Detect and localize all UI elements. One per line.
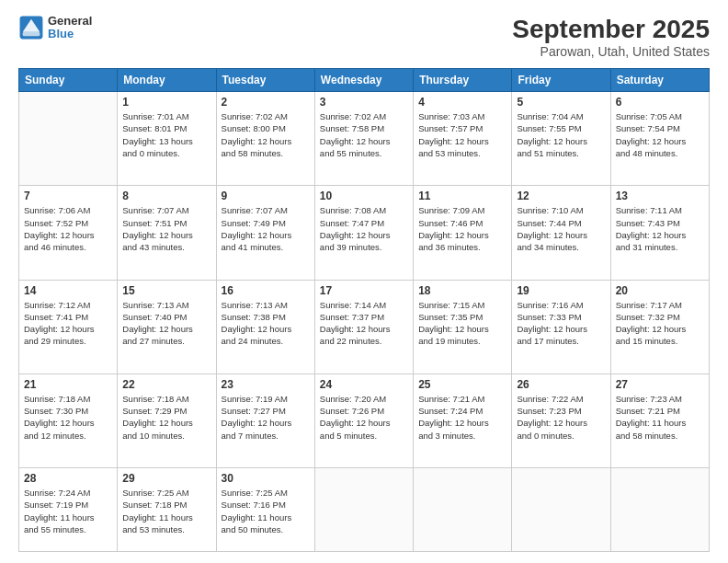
calendar-cell: 2Sunrise: 7:02 AM Sunset: 8:00 PM Daylig… <box>216 92 314 186</box>
day-number: 29 <box>122 472 210 485</box>
day-info: Sunrise: 7:14 AM Sunset: 7:37 PM Dayligh… <box>320 299 408 348</box>
calendar-cell: 29Sunrise: 7:25 AM Sunset: 7:18 PM Dayli… <box>118 468 216 552</box>
day-info: Sunrise: 7:23 AM Sunset: 7:21 PM Dayligh… <box>616 393 704 442</box>
day-info: Sunrise: 7:24 AM Sunset: 7:19 PM Dayligh… <box>24 487 112 535</box>
day-number: 15 <box>122 284 210 297</box>
day-info: Sunrise: 7:11 AM Sunset: 7:43 PM Dayligh… <box>616 204 704 253</box>
day-number: 10 <box>320 190 408 202</box>
day-info: Sunrise: 7:13 AM Sunset: 7:38 PM Dayligh… <box>222 299 310 348</box>
calendar-cell: 22Sunrise: 7:18 AM Sunset: 7:29 PM Dayli… <box>118 373 216 467</box>
calendar-cell: 26Sunrise: 7:22 AM Sunset: 7:23 PM Dayli… <box>512 373 610 467</box>
day-number: 1 <box>122 96 210 109</box>
svg-rect-2 <box>23 32 40 37</box>
calendar-cell: 12Sunrise: 7:10 AM Sunset: 7:44 PM Dayli… <box>512 186 610 280</box>
calendar-cell <box>314 468 413 552</box>
calendar-cell: 30Sunrise: 7:25 AM Sunset: 7:16 PM Dayli… <box>216 468 314 552</box>
day-number: 7 <box>24 190 112 202</box>
day-info: Sunrise: 7:01 AM Sunset: 8:01 PM Dayligh… <box>122 110 210 159</box>
day-number: 4 <box>418 96 506 109</box>
logo-line2: Blue <box>48 28 92 40</box>
calendar-week-row: 28Sunrise: 7:24 AM Sunset: 7:19 PM Dayli… <box>19 468 710 552</box>
weekday-header-thursday: Thursday <box>414 69 512 92</box>
day-number: 24 <box>320 378 408 391</box>
calendar-cell <box>512 468 610 552</box>
day-number: 23 <box>222 378 310 391</box>
day-number: 25 <box>418 378 506 391</box>
day-info: Sunrise: 7:07 AM Sunset: 7:49 PM Dayligh… <box>222 204 310 253</box>
calendar-table: SundayMondayTuesdayWednesdayThursdayFrid… <box>18 68 710 552</box>
day-info: Sunrise: 7:22 AM Sunset: 7:23 PM Dayligh… <box>517 393 605 442</box>
calendar-cell: 23Sunrise: 7:19 AM Sunset: 7:27 PM Dayli… <box>216 373 314 467</box>
day-number: 13 <box>616 190 704 202</box>
day-info: Sunrise: 7:03 AM Sunset: 7:57 PM Dayligh… <box>418 110 506 159</box>
calendar-cell: 24Sunrise: 7:20 AM Sunset: 7:26 PM Dayli… <box>314 373 413 467</box>
day-info: Sunrise: 7:10 AM Sunset: 7:44 PM Dayligh… <box>517 204 605 253</box>
logo: General Blue <box>18 15 92 41</box>
calendar-week-row: 1Sunrise: 7:01 AM Sunset: 8:01 PM Daylig… <box>19 92 710 186</box>
logo-icon <box>18 15 44 40</box>
day-info: Sunrise: 7:07 AM Sunset: 7:51 PM Dayligh… <box>122 204 210 253</box>
calendar-title: September 2025 <box>512 15 710 44</box>
calendar-cell: 27Sunrise: 7:23 AM Sunset: 7:21 PM Dayli… <box>610 373 709 467</box>
day-number: 18 <box>418 284 506 297</box>
day-number: 20 <box>616 284 704 297</box>
day-number: 19 <box>517 284 605 297</box>
day-info: Sunrise: 7:18 AM Sunset: 7:29 PM Dayligh… <box>122 393 210 442</box>
calendar-cell: 9Sunrise: 7:07 AM Sunset: 7:49 PM Daylig… <box>216 186 314 280</box>
day-number: 28 <box>24 472 112 485</box>
day-info: Sunrise: 7:05 AM Sunset: 7:54 PM Dayligh… <box>616 110 704 159</box>
day-info: Sunrise: 7:04 AM Sunset: 7:55 PM Dayligh… <box>517 110 605 159</box>
day-info: Sunrise: 7:19 AM Sunset: 7:27 PM Dayligh… <box>222 393 310 442</box>
day-number: 26 <box>517 378 605 391</box>
day-info: Sunrise: 7:20 AM Sunset: 7:26 PM Dayligh… <box>320 393 408 442</box>
header: General Blue September 2025 Parowan, Uta… <box>18 15 710 59</box>
day-number: 2 <box>222 96 310 109</box>
calendar-week-row: 7Sunrise: 7:06 AM Sunset: 7:52 PM Daylig… <box>19 186 710 280</box>
day-info: Sunrise: 7:06 AM Sunset: 7:52 PM Dayligh… <box>24 204 112 253</box>
day-number: 6 <box>616 96 704 109</box>
calendar-cell: 17Sunrise: 7:14 AM Sunset: 7:37 PM Dayli… <box>314 280 413 373</box>
day-number: 11 <box>418 190 506 202</box>
weekday-header-monday: Monday <box>118 69 216 92</box>
calendar-cell: 13Sunrise: 7:11 AM Sunset: 7:43 PM Dayli… <box>610 186 709 280</box>
calendar-cell <box>610 468 709 552</box>
title-block: September 2025 Parowan, Utah, United Sta… <box>512 15 710 59</box>
day-info: Sunrise: 7:02 AM Sunset: 7:58 PM Dayligh… <box>320 110 408 159</box>
calendar-cell: 11Sunrise: 7:09 AM Sunset: 7:46 PM Dayli… <box>414 186 512 280</box>
day-info: Sunrise: 7:13 AM Sunset: 7:40 PM Dayligh… <box>122 299 210 348</box>
day-number: 8 <box>122 190 210 202</box>
calendar-cell: 8Sunrise: 7:07 AM Sunset: 7:51 PM Daylig… <box>118 186 216 280</box>
calendar-cell: 20Sunrise: 7:17 AM Sunset: 7:32 PM Dayli… <box>610 280 709 373</box>
weekday-header-tuesday: Tuesday <box>216 69 314 92</box>
day-info: Sunrise: 7:12 AM Sunset: 7:41 PM Dayligh… <box>24 299 112 348</box>
day-number: 14 <box>24 284 112 297</box>
calendar-cell: 28Sunrise: 7:24 AM Sunset: 7:19 PM Dayli… <box>19 468 118 552</box>
weekday-header-row: SundayMondayTuesdayWednesdayThursdayFrid… <box>19 69 710 92</box>
day-info: Sunrise: 7:25 AM Sunset: 7:18 PM Dayligh… <box>122 487 210 535</box>
day-number: 21 <box>24 378 112 391</box>
calendar-cell: 21Sunrise: 7:18 AM Sunset: 7:30 PM Dayli… <box>19 373 118 467</box>
day-info: Sunrise: 7:02 AM Sunset: 8:00 PM Dayligh… <box>222 110 310 159</box>
calendar-cell: 4Sunrise: 7:03 AM Sunset: 7:57 PM Daylig… <box>414 92 512 186</box>
calendar-cell: 25Sunrise: 7:21 AM Sunset: 7:24 PM Dayli… <box>414 373 512 467</box>
day-info: Sunrise: 7:21 AM Sunset: 7:24 PM Dayligh… <box>418 393 506 442</box>
logo-text: General Blue <box>48 15 92 41</box>
day-info: Sunrise: 7:15 AM Sunset: 7:35 PM Dayligh… <box>418 299 506 348</box>
day-number: 30 <box>222 472 310 485</box>
day-number: 9 <box>222 190 310 202</box>
weekday-header-sunday: Sunday <box>19 69 118 92</box>
day-info: Sunrise: 7:25 AM Sunset: 7:16 PM Dayligh… <box>222 487 310 535</box>
day-info: Sunrise: 7:09 AM Sunset: 7:46 PM Dayligh… <box>418 204 506 253</box>
calendar-cell <box>19 92 118 186</box>
calendar-cell: 1Sunrise: 7:01 AM Sunset: 8:01 PM Daylig… <box>118 92 216 186</box>
day-number: 27 <box>616 378 704 391</box>
day-info: Sunrise: 7:08 AM Sunset: 7:47 PM Dayligh… <box>320 204 408 253</box>
day-number: 17 <box>320 284 408 297</box>
calendar-week-row: 21Sunrise: 7:18 AM Sunset: 7:30 PM Dayli… <box>19 373 710 467</box>
calendar-cell: 15Sunrise: 7:13 AM Sunset: 7:40 PM Dayli… <box>118 280 216 373</box>
calendar-cell <box>414 468 512 552</box>
calendar-cell: 5Sunrise: 7:04 AM Sunset: 7:55 PM Daylig… <box>512 92 610 186</box>
weekday-header-friday: Friday <box>512 69 610 92</box>
day-number: 5 <box>517 96 605 109</box>
weekday-header-wednesday: Wednesday <box>314 69 413 92</box>
